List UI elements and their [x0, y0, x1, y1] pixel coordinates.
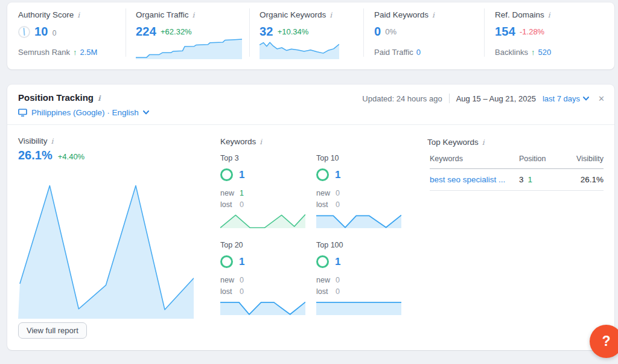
section-title: Position Tracking	[18, 92, 94, 103]
target-selector[interactable]: Philippines (Google) · English	[18, 108, 149, 117]
bucket-value: 1	[239, 169, 244, 181]
info-icon[interactable]: i	[98, 94, 101, 103]
chevron-down-icon	[583, 97, 589, 101]
bucket-label: Top 20	[220, 241, 311, 249]
lost-value: 0	[240, 200, 244, 209]
visibility-label: Visibility	[18, 136, 48, 145]
keywords-bucket-top100: Top 100 1 new0 lost0	[316, 241, 407, 315]
chevron-down-icon	[143, 110, 149, 115]
view-full-report-button[interactable]: View full report	[18, 322, 87, 339]
top20-sparkline	[220, 301, 305, 315]
bucket-value: 1	[335, 256, 340, 268]
metric-title: Organic Keywords	[260, 10, 326, 19]
up-arrow-icon: ↑	[531, 48, 535, 57]
new-value: 0	[240, 276, 244, 284]
bucket-value: 1	[239, 256, 244, 268]
bucket-label: Top 3	[220, 154, 311, 162]
close-icon[interactable]: ✕	[598, 94, 605, 103]
position-tracking-title: Position Tracking i	[18, 92, 101, 103]
organic-traffic-sparkline	[136, 36, 242, 59]
updated-label: Updated: 24 hours ago	[362, 94, 442, 103]
info-icon[interactable]: i	[482, 138, 485, 147]
info-icon[interactable]: i	[51, 137, 54, 145]
donut-icon	[316, 168, 329, 181]
lost-value: 0	[336, 287, 340, 296]
visibility-delta: +4.40%	[58, 152, 84, 161]
bucket-label: Top 10	[316, 154, 407, 162]
top-keywords-table: Keywords Position Visibility best seo sp…	[430, 155, 604, 191]
up-arrow-icon: ↑	[73, 48, 77, 57]
target-label: Philippines (Google) · English	[31, 108, 139, 117]
bucket-label: Top 100	[316, 241, 407, 249]
new-value: 0	[336, 189, 340, 197]
visibility-section-label: Visibility i	[18, 136, 53, 145]
metric-delta: +10.34%	[278, 27, 309, 36]
metric-organic-keywords: Organic Keywordsi 32 +10.34%	[260, 10, 332, 39]
metric-paid-keywords: Paid Keywordsi 0 0% Paid Traffic 0	[374, 10, 435, 57]
keyword-link[interactable]: best seo specialist ...	[430, 175, 519, 184]
info-icon[interactable]: i	[193, 11, 195, 19]
top-keywords-section-label: Top Keywords i	[427, 138, 485, 147]
metric-title: Ref. Domains	[495, 10, 544, 19]
new-label: new	[316, 276, 336, 284]
new-label: new	[220, 276, 240, 284]
table-header-row: Keywords Position Visibility	[430, 155, 604, 169]
donut-icon	[316, 255, 329, 268]
metric-value: 0	[374, 25, 381, 39]
keywords-bucket-top20: Top 20 1 new0 lost0	[220, 241, 311, 315]
metric-delta: +62.32%	[161, 27, 192, 36]
col-header-visibility: Visibility	[566, 155, 604, 163]
divider	[249, 8, 250, 57]
top3-sparkline	[220, 214, 305, 228]
info-icon[interactable]: i	[432, 11, 435, 19]
visibility-value: 26.1%	[18, 148, 53, 162]
metric-value-suffix: 0	[53, 29, 57, 37]
lost-value: 0	[336, 200, 340, 209]
sub-label: Backlinks	[495, 48, 528, 57]
bucket-value: 1	[335, 169, 340, 181]
keywords-section-label: Keywords i	[220, 137, 262, 146]
info-icon[interactable]: i	[77, 11, 80, 19]
new-label: new	[316, 189, 336, 197]
new-value: 0	[336, 276, 340, 284]
authority-gauge-icon	[18, 26, 30, 38]
date-range: Aug 15 – Aug 21, 2025	[456, 94, 536, 103]
paid-traffic-link[interactable]: 0	[416, 48, 421, 57]
lost-label: lost	[316, 200, 336, 209]
divider	[449, 94, 450, 103]
backlinks-link[interactable]: 520	[538, 48, 551, 57]
sub-label: Semrush Rank	[18, 48, 70, 57]
metric-title: Organic Traffic	[136, 10, 189, 19]
info-icon[interactable]: i	[548, 11, 550, 19]
lost-value: 0	[240, 287, 244, 296]
metric-value: 154	[495, 25, 515, 39]
top10-sparkline	[316, 214, 401, 228]
help-button[interactable]: ?	[590, 325, 618, 358]
col-header-position: Position	[519, 155, 566, 163]
divider	[484, 8, 485, 57]
info-icon[interactable]: i	[330, 11, 332, 19]
lost-label: lost	[220, 200, 240, 209]
lost-label: lost	[220, 287, 240, 296]
top-keywords-label: Top Keywords	[427, 138, 479, 147]
lost-label: lost	[316, 287, 336, 296]
overview-metrics-card: Authority Scorei 10 0 Semrush Rank ↑ 2.5…	[7, 2, 614, 69]
position-delta: 1	[528, 175, 533, 184]
desktop-icon	[18, 109, 27, 117]
info-icon[interactable]: i	[260, 138, 262, 146]
col-header-keywords: Keywords	[430, 155, 519, 163]
semrush-rank-link[interactable]: 2.5M	[80, 48, 97, 57]
period-label: last 7 days	[543, 94, 580, 103]
question-mark-icon: ?	[602, 333, 610, 350]
keywords-label: Keywords	[220, 137, 256, 146]
metric-delta: 0%	[385, 27, 397, 36]
metric-ref-domains: Ref. Domainsi 154 -1.28% Backlinks ↑ 520	[495, 10, 551, 57]
period-dropdown[interactable]: last 7 days	[543, 94, 589, 103]
metric-delta: -1.28%	[520, 27, 544, 36]
top100-sparkline	[316, 301, 401, 315]
keywords-bucket-top3: Top 3 1 new1 lost0	[220, 154, 311, 228]
visibility-chart	[18, 179, 194, 319]
new-value: 1	[240, 189, 244, 197]
sub-label: Paid Traffic	[374, 48, 413, 57]
new-label: new	[220, 189, 240, 197]
